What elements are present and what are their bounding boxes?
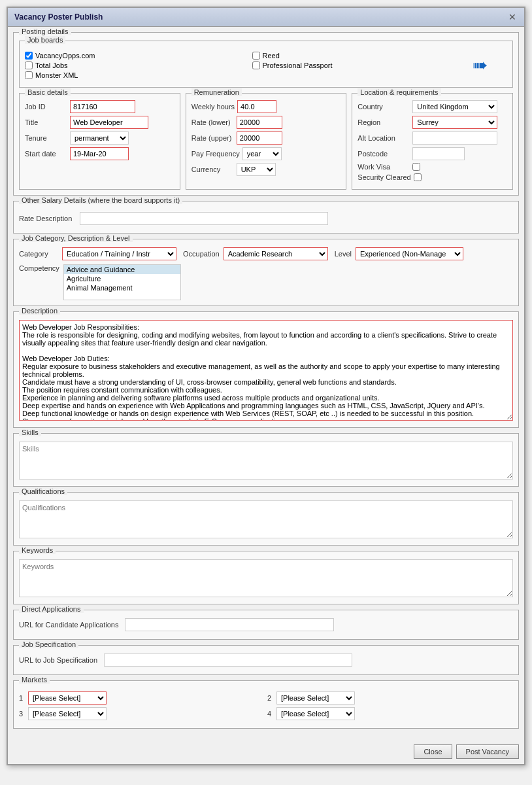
profpass-checkbox[interactable] xyxy=(252,61,260,69)
market-row-3: 3 [Please Select] xyxy=(19,707,265,720)
market-select-1[interactable]: [Please Select] xyxy=(28,691,107,705)
monsterxml-checkbox[interactable] xyxy=(25,71,33,79)
title-input[interactable] xyxy=(70,116,148,129)
competency-item-agriculture[interactable]: Agriculture xyxy=(64,274,180,283)
postcode-input[interactable] xyxy=(412,147,465,160)
work-visa-checkbox[interactable] xyxy=(412,163,420,171)
start-date-input[interactable] xyxy=(70,147,129,160)
totaljobs-label: Total Jobs xyxy=(35,61,68,69)
weekly-hours-input[interactable] xyxy=(237,100,276,113)
title-label: Title xyxy=(25,118,67,126)
vacancyopps-checkbox[interactable] xyxy=(25,52,33,60)
alt-location-row: Alt Location xyxy=(357,131,507,145)
reed-checkbox[interactable] xyxy=(252,52,260,60)
region-select[interactable]: Surrey London Kent xyxy=(412,116,497,129)
competency-item-advice[interactable]: Advice and Guidance xyxy=(64,265,180,274)
window-close-button[interactable]: ✕ xyxy=(507,12,518,22)
category-select[interactable]: Education / Training / Instr xyxy=(62,247,176,260)
skills-section: Skills xyxy=(13,433,519,487)
skills-textarea[interactable] xyxy=(19,442,513,480)
country-label: Country xyxy=(357,103,410,111)
posting-details-content: Job boards VacancyOpps.com xyxy=(19,41,513,190)
level-select[interactable]: Experienced (Non-Manage xyxy=(356,247,463,260)
markets-section: Markets 1 [Please Select] 2 [Please Sele… xyxy=(13,680,519,729)
market-row-2: 2 [Please Select] xyxy=(267,691,513,705)
pay-freq-row: Pay Frequency year month week hour xyxy=(191,147,341,160)
alt-location-input[interactable] xyxy=(412,131,497,145)
postcode-row: Postcode xyxy=(357,147,507,160)
location-label: Location & requirements xyxy=(357,88,441,96)
rate-desc-input[interactable] xyxy=(80,212,328,225)
job-specification-label: Job Specification xyxy=(19,640,78,648)
job-specification-section: Job Specification URL to Job Specificati… xyxy=(13,645,519,675)
occupation-select[interactable]: Academic Research xyxy=(224,247,328,260)
start-date-row: Start date xyxy=(25,147,175,160)
work-visa-label: Work Visa xyxy=(357,163,410,171)
qualifications-section: Qualifications xyxy=(13,492,519,546)
job-boards-label: Job boards xyxy=(25,36,65,44)
security-cleared-label: Security Cleared xyxy=(357,173,410,181)
security-cleared-checkbox[interactable] xyxy=(414,173,422,181)
market-select-4[interactable]: [Please Select] xyxy=(276,707,355,720)
skills-content xyxy=(19,442,513,481)
job-specification-content: URL to Job Specification xyxy=(19,654,513,667)
title-bar: Vacancy Poster Publish ✕ xyxy=(8,8,524,27)
rate-desc-label: Rate Description xyxy=(19,215,72,222)
level-label: Level xyxy=(335,250,352,258)
description-textarea[interactable]: Web Developer Job Responsibilities: The … xyxy=(19,320,513,421)
qualifications-textarea[interactable] xyxy=(19,500,513,538)
reed-item: Reed xyxy=(252,52,473,60)
job-boards-container: VacancyOpps.com Reed Total Jobs xyxy=(25,49,507,82)
country-select[interactable]: United Kingdom Ireland USA xyxy=(412,100,497,113)
market-row-4: 4 [Please Select] xyxy=(267,707,513,720)
candidate-url-row: URL for Candidate Applications xyxy=(19,618,513,631)
basic-details-label: Basic details xyxy=(25,88,71,96)
posting-details-label: Posting details xyxy=(19,27,71,35)
rate-lower-row: Rate (lower) xyxy=(191,116,341,129)
region-label: Region xyxy=(357,118,410,126)
job-boards-section: Job boards VacancyOpps.com xyxy=(19,41,513,88)
vacancyopps-item: VacancyOpps.com xyxy=(25,52,246,60)
rate-desc-row: Rate Description xyxy=(19,209,513,228)
profpass-label: Professional Passport xyxy=(263,61,333,69)
basic-details-content: Job ID Title Tenure permanent xyxy=(25,100,175,160)
markets-label: Markets xyxy=(19,676,50,684)
category-label: Category xyxy=(19,250,58,258)
monsterxml-item: Monster XML xyxy=(25,71,246,79)
pay-freq-select[interactable]: year month week hour xyxy=(242,147,282,160)
three-panels: Basic details Job ID Title Ten xyxy=(19,93,513,190)
remuneration-label: Remuneration xyxy=(191,88,242,96)
rate-lower-input[interactable] xyxy=(237,116,282,129)
competency-item-animal[interactable]: Animal Management xyxy=(64,283,180,292)
direct-applications-content: URL for Candidate Applications xyxy=(19,618,513,631)
close-button[interactable]: Close xyxy=(414,744,452,759)
keywords-textarea[interactable] xyxy=(19,559,513,597)
job-category-label: Job Category, Description & Level xyxy=(19,234,133,242)
market-num-2: 2 xyxy=(267,694,274,702)
posting-details-section: Posting details Job boards VacancyOpps.c… xyxy=(13,32,519,196)
spec-url-input[interactable] xyxy=(104,654,352,667)
post-vacancy-button[interactable]: Post Vacancy xyxy=(456,744,519,759)
markets-grid: 1 [Please Select] 2 [Please Select] 3 xyxy=(19,689,513,723)
job-id-input[interactable] xyxy=(70,100,135,113)
competency-list[interactable]: Advice and Guidance Agriculture Animal M… xyxy=(63,264,181,300)
candidate-url-input[interactable] xyxy=(125,618,334,631)
category-row: Category Education / Training / Instr Oc… xyxy=(19,247,513,260)
basic-details-panel: Basic details Job ID Title Ten xyxy=(19,93,180,190)
rate-upper-input[interactable] xyxy=(237,131,282,145)
country-row: Country United Kingdom Ireland USA xyxy=(357,100,507,113)
remuneration-content: Weekly hours Rate (lower) Rate (upper) xyxy=(191,100,341,176)
direct-applications-section: Direct Applications URL for Candidate Ap… xyxy=(13,610,519,640)
work-visa-row: Work Visa xyxy=(357,163,507,171)
weekly-hours-row: Weekly hours xyxy=(191,100,341,113)
qualifications-content xyxy=(19,500,513,540)
main-content: Posting details Job boards VacancyOpps.c… xyxy=(8,27,524,739)
totaljobs-checkbox[interactable] xyxy=(25,61,33,69)
market-select-3[interactable]: [Please Select] xyxy=(28,707,107,720)
tenure-select[interactable]: permanent contract temporary xyxy=(70,131,129,145)
description-section: Description Web Developer Job Responsibi… xyxy=(13,311,519,428)
currency-select[interactable]: UKP EUR USD xyxy=(237,163,276,176)
region-row: Region Surrey London Kent xyxy=(357,116,507,129)
competency-row: Competency Advice and Guidance Agricultu… xyxy=(19,264,513,300)
market-select-2[interactable]: [Please Select] xyxy=(276,691,355,705)
